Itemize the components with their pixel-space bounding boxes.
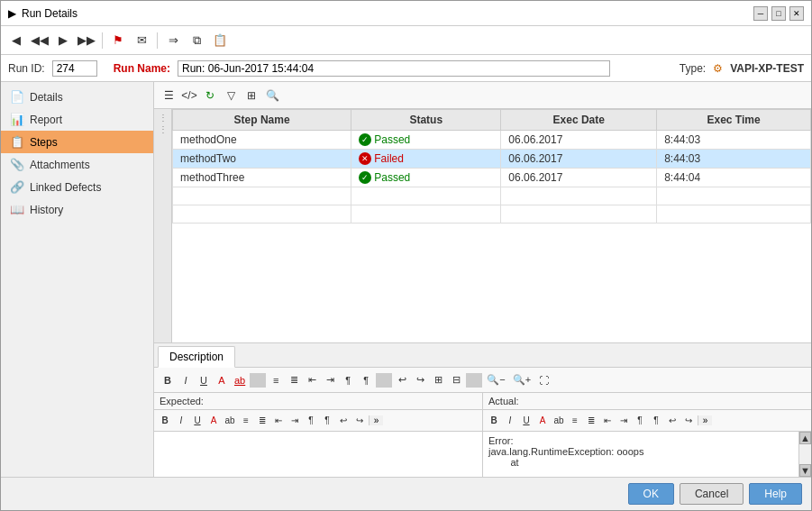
highlight-button[interactable]: ab [232, 372, 248, 388]
fullscreen-btn[interactable]: ⛶ [535, 372, 552, 388]
tab-description[interactable]: Description [158, 346, 235, 368]
description-tabs: Description [154, 343, 811, 368]
exp-italic-btn[interactable]: I [174, 414, 188, 428]
act-bold-btn[interactable]: B [487, 414, 501, 428]
run-id-input[interactable] [52, 60, 97, 77]
email-button[interactable]: ✉ [132, 31, 151, 50]
actual-expand-btn[interactable]: » [698, 415, 712, 425]
minimize-button[interactable]: ─ [753, 6, 768, 21]
pass-icon-1: ✓ [359, 133, 371, 146]
actual-toolbar: B I U A ab ≡ ≣ ⇤ ⇥ ¶ ¶ ↩ ↪ [483, 410, 811, 432]
table-insert-btn[interactable]: ⊞ [430, 372, 446, 388]
table-row-empty-2 [173, 205, 811, 224]
act-undo-btn[interactable]: ↩ [665, 414, 680, 428]
act-format2-btn[interactable]: ¶ [649, 414, 663, 428]
exp-indent2-btn[interactable]: ⇥ [287, 414, 302, 428]
table-row[interactable]: methodTwo ✕ Failed 06.06.2017 8:44:03 [173, 150, 811, 169]
format-btn1[interactable]: ¶ [340, 372, 356, 388]
steps-refresh-btn[interactable]: ↻ [201, 87, 219, 105]
header-fields: Run ID: Run Name: Type: ⚙ VAPI-XP-TEST [1, 55, 811, 82]
scrollbar-down[interactable]: ▼ [799, 464, 811, 477]
font-color-button[interactable]: A [214, 372, 230, 388]
exp-redo-btn[interactable]: ↪ [352, 414, 367, 428]
act-italic-btn[interactable]: I [503, 414, 517, 428]
zoom-in-btn[interactable]: 🔍+ [510, 372, 534, 388]
exp-list-btn1[interactable]: ≡ [239, 414, 253, 428]
close-button[interactable]: ✕ [789, 6, 804, 21]
steps-filter-btn[interactable]: ▽ [222, 87, 240, 105]
sidebar-item-linked-defects[interactable]: 🔗 Linked Defects [1, 176, 153, 198]
maximize-button[interactable]: □ [771, 6, 786, 21]
list-unordered-btn[interactable]: ≡ [268, 372, 284, 388]
exp-highlight-btn[interactable]: ab [223, 414, 237, 428]
act-list-btn2[interactable]: ≣ [584, 414, 598, 428]
cancel-button[interactable]: Cancel [680, 483, 744, 505]
exp-underline-btn[interactable]: U [190, 414, 205, 428]
indent-more-btn[interactable]: ⇥ [322, 372, 338, 388]
send-button[interactable]: ⇒ [163, 31, 183, 50]
act-redo-btn[interactable]: ↪ [681, 414, 696, 428]
italic-button[interactable]: I [178, 372, 194, 388]
back-button[interactable]: ◀ [6, 31, 26, 50]
exp-format1-btn[interactable]: ¶ [304, 414, 318, 428]
sidebar-item-report-label: Report [30, 114, 62, 126]
table-row[interactable]: methodThree ✓ Passed 06.06.2017 8:44:04 [173, 169, 811, 187]
indent-less-btn[interactable]: ⇤ [304, 372, 320, 388]
type-icon: ⚙ [713, 62, 723, 75]
act-highlight-btn[interactable]: ab [552, 414, 566, 428]
flag-button[interactable]: ⚑ [108, 31, 128, 50]
steps-search-btn[interactable]: 🔍 [263, 87, 281, 105]
exp-bold-btn[interactable]: B [158, 414, 172, 428]
back-all-button[interactable]: ◀◀ [30, 31, 50, 50]
drag-handle[interactable]: ⋮ ⋮ [154, 109, 172, 342]
scrollbar-track [799, 444, 811, 464]
format-btn2[interactable]: ¶ [358, 372, 374, 388]
step-exec-time-3: 8:44:04 [657, 169, 811, 187]
bottom-buttons: OK Cancel Help [1, 477, 811, 510]
expected-content[interactable] [154, 432, 482, 477]
underline-button[interactable]: U [196, 372, 212, 388]
exp-format2-btn[interactable]: ¶ [320, 414, 334, 428]
redo-button[interactable]: ↪ [412, 372, 428, 388]
act-list-btn1[interactable]: ≡ [568, 414, 582, 428]
run-name-input[interactable] [178, 60, 610, 77]
act-font-color-btn[interactable]: A [535, 414, 550, 428]
expected-expand-btn[interactable]: » [369, 415, 383, 425]
col-exec-time: Exec Time [657, 110, 811, 131]
forward-button[interactable]: ▶ [53, 31, 73, 50]
paste-button[interactable]: 📋 [210, 31, 230, 50]
act-indent1-btn[interactable]: ⇤ [600, 414, 615, 428]
zoom-out-btn[interactable]: 🔍− [484, 372, 507, 388]
exp-font-color-btn[interactable]: A [206, 414, 221, 428]
steps-columns-btn[interactable]: ⊞ [242, 87, 260, 105]
exp-list-btn2[interactable]: ≣ [255, 414, 269, 428]
step-name-3: methodThree [173, 169, 351, 187]
undo-button[interactable]: ↩ [394, 372, 410, 388]
list-ordered-btn[interactable]: ≣ [286, 372, 302, 388]
ok-button[interactable]: OK [628, 483, 674, 505]
act-indent2-btn[interactable]: ⇥ [616, 414, 631, 428]
steps-code-view-btn[interactable]: </> [180, 87, 198, 105]
forward-all-button[interactable]: ▶▶ [77, 31, 96, 50]
bold-button[interactable]: B [160, 372, 176, 388]
copy-button[interactable]: ⧉ [187, 31, 206, 50]
scrollbar-up[interactable]: ▲ [799, 432, 811, 444]
title-bar: ▶ Run Details ─ □ ✕ [1, 1, 811, 26]
exp-indent1-btn[interactable]: ⇤ [271, 414, 286, 428]
act-format1-btn[interactable]: ¶ [633, 414, 647, 428]
table-edit-btn[interactable]: ⊟ [448, 372, 464, 388]
exp-undo-btn[interactable]: ↩ [336, 414, 351, 428]
act-underline-btn[interactable]: U [519, 414, 534, 428]
steps-list-view-btn[interactable]: ☰ [160, 87, 178, 105]
step-exec-time-1: 8:44:03 [657, 131, 811, 150]
actual-scrollbar[interactable]: ▲ ▼ [798, 432, 811, 477]
sidebar-item-report[interactable]: 📊 Report [1, 108, 153, 131]
sidebar-item-history[interactable]: 📖 History [1, 198, 153, 221]
sidebar-item-attachments[interactable]: 📎 Attachments [1, 153, 153, 176]
actual-content[interactable]: Error: java.lang.RuntimeException: ooops… [483, 432, 811, 477]
table-row[interactable]: methodOne ✓ Passed 06.06.2017 8:44:03 [173, 131, 811, 150]
sidebar-item-steps[interactable]: 📋 Steps [1, 131, 153, 153]
type-value: VAPI-XP-TEST [730, 62, 804, 75]
sidebar-item-details[interactable]: 📄 Details [1, 86, 153, 108]
help-button[interactable]: Help [749, 483, 802, 505]
